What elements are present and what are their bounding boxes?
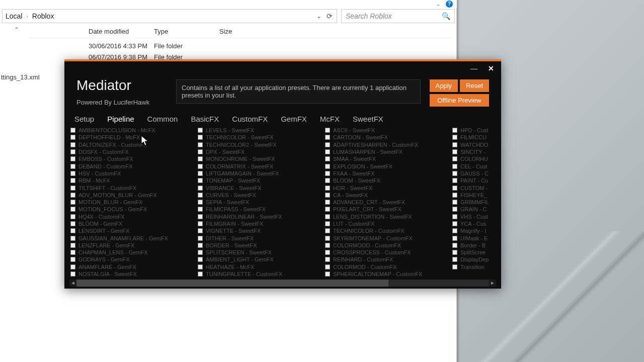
- breadcrumb-segment[interactable]: Roblox: [32, 12, 54, 20]
- preset-item[interactable]: DPX - SweetFX: [197, 148, 324, 155]
- checkbox[interactable]: [198, 128, 203, 133]
- checkbox[interactable]: [325, 228, 330, 233]
- checkbox[interactable]: [70, 128, 75, 133]
- preset-item[interactable]: TECHNICOLOR2 - SweetFX: [197, 141, 324, 148]
- checkbox[interactable]: [70, 228, 75, 233]
- preset-item[interactable]: RBM - McFX: [69, 177, 197, 184]
- checkbox[interactable]: [325, 207, 330, 212]
- preset-item[interactable]: PIXELART_CRT - SweetFX: [324, 206, 451, 213]
- preset-item[interactable]: VHS - Cust: [451, 213, 496, 220]
- checkbox[interactable]: [198, 214, 203, 219]
- preset-item[interactable]: LIFTGAMMAGAIN - SweetFX: [197, 170, 324, 177]
- tab-pipeline[interactable]: Pipeline: [106, 114, 135, 127]
- checkbox[interactable]: [70, 178, 75, 183]
- preset-item[interactable]: LENSDIRT - GemFX: [69, 227, 197, 234]
- checkbox[interactable]: [70, 135, 75, 140]
- checkbox[interactable]: [325, 171, 330, 176]
- checkbox[interactable]: [70, 156, 75, 161]
- preset-item[interactable]: LEVELS - SweetFX: [197, 127, 324, 134]
- preset-item[interactable]: DOSFX - CustomFX: [69, 148, 197, 155]
- preset-item[interactable]: MOTION_BLUR - GemFX: [69, 199, 197, 206]
- preset-item[interactable]: ASCII - SweetFX: [324, 127, 451, 134]
- checkbox[interactable]: [70, 243, 75, 248]
- reset-button[interactable]: Reset: [460, 79, 489, 92]
- preset-item[interactable]: DEBAND - CustomFX: [69, 162, 197, 169]
- checkbox[interactable]: [70, 171, 75, 176]
- checkbox[interactable]: [452, 135, 457, 140]
- checkbox[interactable]: [198, 135, 203, 140]
- preset-item[interactable]: HQ4X - CustomFX: [69, 213, 197, 220]
- preset-item[interactable]: COLORHU: [451, 155, 496, 162]
- preset-item[interactable]: COLORMATRIX - SweetFX: [197, 162, 324, 169]
- preset-item[interactable]: FILMGRAIN - SweetFX: [197, 220, 324, 227]
- checkbox[interactable]: [325, 272, 330, 277]
- checkbox[interactable]: [452, 156, 457, 161]
- checkbox[interactable]: [452, 164, 457, 169]
- checkbox[interactable]: [70, 207, 75, 212]
- scrollbar-thumb[interactable]: [76, 280, 388, 287]
- preset-item[interactable]: FXAA - SweetFX: [324, 170, 451, 177]
- checkbox[interactable]: [452, 243, 457, 248]
- preset-item[interactable]: GAUSSIAN_ANAMFLARE - GemFX: [69, 234, 197, 241]
- preset-item[interactable]: MOTION_FOCUS - GemFX: [69, 206, 197, 213]
- breadcrumb-segment[interactable]: Local: [6, 12, 22, 20]
- preset-item[interactable]: ADV_MOTION_BLUR - GemFX: [69, 192, 197, 199]
- preset-item[interactable]: HDR - SweetFX: [324, 184, 451, 191]
- preset-item[interactable]: SKYRIMTONEMAP - CustomFX: [324, 234, 451, 241]
- checkbox[interactable]: [198, 149, 203, 154]
- checkbox[interactable]: [452, 149, 457, 154]
- checkbox[interactable]: [325, 128, 330, 133]
- preset-item[interactable]: DITHER - SweetFX: [197, 234, 324, 241]
- preset-item[interactable]: DisplayDep: [451, 256, 496, 263]
- preset-item[interactable]: TECHNICOLOR - SweetFX: [197, 134, 324, 141]
- checkbox[interactable]: [452, 221, 457, 226]
- checkbox[interactable]: [198, 250, 203, 255]
- preset-item[interactable]: FISHEYE_: [451, 192, 496, 199]
- preset-item[interactable]: SEPIA - SweetFX: [197, 199, 324, 206]
- preset-item[interactable]: TONEMAP - SweetFX: [197, 177, 324, 184]
- preset-item[interactable]: ADVANCED_CRT - SweetFX: [324, 199, 451, 206]
- preset-item[interactable]: CARTOON - SweetFX: [324, 134, 451, 141]
- preset-item[interactable]: HSV - CustomFX: [69, 170, 197, 177]
- preset-item[interactable]: UIMask - E: [451, 234, 496, 241]
- preset-item[interactable]: BLOOM - GemFX: [69, 220, 197, 227]
- checkbox[interactable]: [325, 250, 330, 255]
- checkbox[interactable]: [325, 164, 330, 169]
- checkbox[interactable]: [452, 200, 457, 205]
- checkbox[interactable]: [198, 178, 203, 183]
- checkbox[interactable]: [325, 243, 330, 248]
- preset-item[interactable]: LENZFLARE - GemFX: [69, 242, 197, 249]
- scroll-left-icon[interactable]: ◄: [69, 280, 76, 287]
- checkbox[interactable]: [198, 228, 203, 233]
- checkbox[interactable]: [198, 236, 203, 241]
- checkbox[interactable]: [325, 186, 330, 191]
- preset-item[interactable]: BORDER - SweetFX: [197, 242, 324, 249]
- checkbox[interactable]: [452, 228, 457, 233]
- tab-setup[interactable]: Setup: [73, 114, 95, 127]
- preset-item[interactable]: ANAMFLARE - GemFX: [69, 263, 197, 270]
- checkbox[interactable]: [198, 164, 203, 169]
- preset-item[interactable]: REINHARD - CustomFX: [324, 256, 451, 263]
- preset-item[interactable]: CEL - Cust: [451, 162, 496, 169]
- checkbox[interactable]: [452, 207, 457, 212]
- checkbox[interactable]: [70, 272, 75, 277]
- preset-item[interactable]: HEATHAZE - McFX: [197, 263, 324, 270]
- chevron-up-icon[interactable]: ⌃: [14, 26, 19, 33]
- checkbox[interactable]: [452, 264, 457, 269]
- preset-item[interactable]: GODRAYS - GemFX: [69, 256, 197, 263]
- tab-customfx[interactable]: CustomFX: [231, 114, 269, 127]
- close-button[interactable]: ✕: [484, 63, 498, 74]
- checkbox[interactable]: [452, 214, 457, 219]
- checkbox[interactable]: [452, 250, 457, 255]
- chevron-down-icon[interactable]: ⌄: [436, 1, 441, 8]
- checkbox[interactable]: [70, 236, 75, 241]
- preset-item[interactable]: HPD - Cust: [451, 127, 496, 134]
- preset-item[interactable]: AMBIENTOCCLUSION - McFX: [69, 127, 197, 134]
- path-box[interactable]: Local › Roblox ⌄ ⟳: [2, 9, 337, 23]
- chevron-down-icon[interactable]: ⌄: [316, 13, 321, 20]
- preset-item[interactable]: SPHERICALTONEMAP - CustomFX: [324, 270, 451, 278]
- tab-sweetfx[interactable]: SweetFX: [352, 114, 384, 127]
- preset-item[interactable]: CA - SweetFX: [324, 192, 451, 199]
- offline-preview-button[interactable]: Offline Preview: [430, 94, 490, 107]
- checkbox[interactable]: [70, 149, 75, 154]
